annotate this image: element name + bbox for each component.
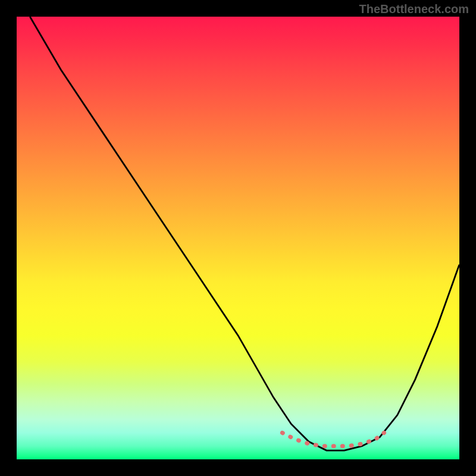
curve-line [30, 17, 459, 450]
chart-svg [17, 17, 459, 459]
chart-plot-area [17, 17, 459, 459]
watermark-text: TheBottleneck.com [359, 2, 469, 16]
highlight-segment [282, 433, 384, 446]
